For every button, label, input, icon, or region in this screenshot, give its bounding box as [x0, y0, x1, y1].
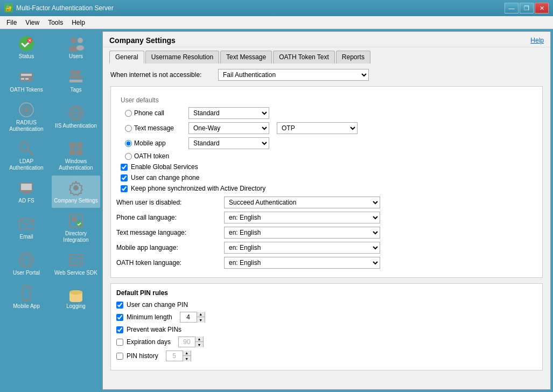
expiration-days-checkbox[interactable] — [116, 339, 123, 346]
user-can-change-phone-checkbox[interactable] — [121, 174, 128, 181]
sidebar-item-mobile-app[interactable]: Mobile App — [2, 281, 51, 313]
keep-phone-synced-label: Keep phone synchronized with Active Dire… — [131, 185, 265, 192]
svg-rect-29 — [21, 184, 32, 190]
sidebar-item-status[interactable]: ✕ Status — [2, 31, 51, 64]
restore-button[interactable]: ❒ — [520, 3, 534, 13]
sidebar-item-tags-label: Tags — [70, 87, 81, 93]
expiration-days-input[interactable] — [179, 337, 195, 347]
sidebar-item-ldap[interactable]: LDAP Authentication — [2, 137, 51, 174]
phone-call-select[interactable]: Standard Custom — [188, 107, 269, 119]
text-message-text: Text message — [134, 124, 174, 132]
pin-history-up-button[interactable]: ▲ — [183, 351, 191, 356]
sidebar-item-adfs-label: AD FS — [18, 198, 34, 204]
minimum-length-input[interactable] — [180, 312, 197, 322]
prevent-weak-pins-checkbox[interactable] — [116, 326, 123, 333]
pin-history-label: PIN history — [127, 352, 158, 360]
sidebar-item-web-service-sdk[interactable]: SDK Web Service SDK — [52, 248, 100, 280]
text-message-language-select[interactable]: en: English fr: French de: German es: Sp… — [224, 227, 380, 239]
pin-history-spinbox-buttons: ▲ ▼ — [183, 351, 191, 361]
minimum-length-checkbox[interactable] — [116, 314, 123, 321]
user-can-change-pin-row[interactable]: User can change PIN — [116, 301, 537, 309]
sidebar-item-iis[interactable]: IIS Authentication — [52, 98, 100, 136]
mobile-app-select[interactable]: Standard Custom — [188, 137, 269, 149]
sidebar-item-user-portal[interactable]: User Portal — [2, 248, 51, 280]
minimum-length-up-button[interactable]: ▲ — [197, 312, 205, 317]
sidebar-item-directory-integration[interactable]: Directory Integration — [52, 209, 100, 247]
svg-rect-13 — [69, 80, 82, 82]
close-button[interactable]: ✕ — [535, 3, 549, 13]
phone-call-language-select[interactable]: en: English fr: French de: German es: Sp… — [224, 212, 380, 223]
sidebar-item-oath-tokens[interactable]: OATH Tokens — [2, 65, 51, 97]
expiration-days-down-button[interactable]: ▼ — [195, 342, 203, 347]
tabs-container: General Username Resolution Text Message… — [103, 47, 550, 64]
sidebar-item-windows[interactable]: Windows Authentication — [52, 137, 100, 174]
mobile-app-language-select[interactable]: en: English fr: French de: German es: Sp… — [224, 242, 380, 254]
sidebar-item-logging[interactable]: Logging — [52, 281, 100, 313]
svg-line-23 — [27, 150, 33, 155]
sidebar-item-mobile-app-label: Mobile App — [13, 303, 39, 310]
enable-global-services-row[interactable]: Enable Global Services — [121, 163, 537, 171]
user-can-change-phone-row[interactable]: User can change phone — [121, 174, 537, 181]
sidebar-item-radius[interactable]: RADIUS Authentication — [2, 98, 51, 136]
sidebar-item-tags[interactable]: Tags — [52, 65, 100, 97]
logging-icon — [67, 285, 85, 302]
menu-file[interactable]: File — [2, 18, 21, 27]
sidebar: ✕ Status Users — [0, 29, 102, 392]
expiration-days-up-button[interactable]: ▲ — [195, 337, 203, 342]
menu-view[interactable]: View — [21, 18, 44, 27]
settings-box: User defaults Phone call Standard Custom — [110, 86, 543, 278]
pin-history-row[interactable]: PIN history ▲ ▼ — [116, 351, 537, 361]
tab-reports[interactable]: Reports — [336, 51, 370, 64]
oath-token-label[interactable]: OATH token — [125, 152, 184, 160]
minimum-length-row[interactable]: Minimum length ▲ ▼ — [116, 312, 537, 323]
tab-general[interactable]: General — [109, 51, 144, 64]
sidebar-item-email-label: Email — [19, 234, 33, 240]
keep-phone-synced-checkbox[interactable] — [121, 185, 128, 192]
minimize-button[interactable]: — — [505, 3, 519, 13]
sidebar-item-adfs[interactable]: AD FS — [2, 176, 51, 208]
svg-point-0 — [19, 36, 34, 51]
internet-not-accessible-select[interactable]: Fail Authentication Succeed Authenticati… — [218, 69, 369, 81]
text-message-select[interactable]: One-Way Two-Way — [188, 122, 269, 134]
text-message-otp-select[interactable]: OTP PIN Standard — [277, 122, 358, 134]
sidebar-item-company-settings[interactable]: Company Settings — [52, 176, 100, 208]
iis-icon — [67, 104, 85, 122]
prevent-weak-pins-row[interactable]: Prevent weak PINs — [116, 326, 537, 333]
phone-call-radio[interactable] — [125, 110, 132, 117]
when-user-disabled-label: When user is disabled: — [116, 199, 224, 206]
mobile-app-radio[interactable] — [125, 140, 132, 147]
user-can-change-pin-checkbox[interactable] — [116, 302, 123, 309]
phone-call-label[interactable]: Phone call — [125, 109, 184, 117]
title-bar: 🔐 Multi-Factor Authentication Server — ❒… — [0, 0, 553, 16]
tabs: General Username Resolution Text Message… — [109, 51, 544, 64]
mobile-app-label[interactable]: Mobile app — [125, 139, 184, 147]
menu-tools[interactable]: Tools — [44, 18, 67, 27]
mobile-app-text: Mobile app — [134, 139, 166, 147]
oath-token-language-select[interactable]: en: English fr: French de: German es: Sp… — [224, 257, 380, 269]
sidebar-grid: ✕ Status Users — [2, 31, 100, 313]
sidebar-item-users-label: Users — [69, 53, 83, 60]
enable-global-services-checkbox[interactable] — [121, 164, 128, 171]
oath-token-radio[interactable] — [125, 153, 132, 160]
tab-username-resolution[interactable]: Username Resolution — [145, 51, 219, 64]
pin-history-spinbox: ▲ ▼ — [166, 351, 191, 361]
help-link[interactable]: Help — [530, 37, 544, 44]
window-controls: — ❒ ✕ — [505, 3, 549, 13]
text-message-radio[interactable] — [125, 125, 132, 132]
menu-help[interactable]: Help — [67, 18, 89, 27]
sidebar-item-users[interactable]: Users — [52, 31, 100, 64]
text-message-label[interactable]: Text message — [125, 124, 184, 132]
tab-oath-token-text[interactable]: OATH Token Text — [273, 51, 335, 64]
expiration-days-row[interactable]: Expiration days ▲ ▼ — [116, 337, 537, 347]
minimum-length-down-button[interactable]: ▼ — [197, 317, 205, 323]
pin-history-input[interactable] — [166, 351, 183, 361]
tab-text-message[interactable]: Text Message — [220, 51, 272, 64]
pin-rules-section: Default PIN rules User can change PIN Mi… — [110, 283, 543, 370]
sidebar-item-email[interactable]: Email — [2, 209, 51, 247]
pin-history-down-button[interactable]: ▼ — [183, 356, 191, 361]
when-user-disabled-select[interactable]: Succeed Authentication Fail Authenticati… — [224, 197, 380, 208]
minimum-length-label: Minimum length — [127, 313, 172, 321]
pin-history-checkbox[interactable] — [116, 353, 123, 360]
keep-phone-synced-row[interactable]: Keep phone synchronized with Active Dire… — [121, 185, 537, 192]
page-header: Company Settings Help — [103, 32, 550, 47]
